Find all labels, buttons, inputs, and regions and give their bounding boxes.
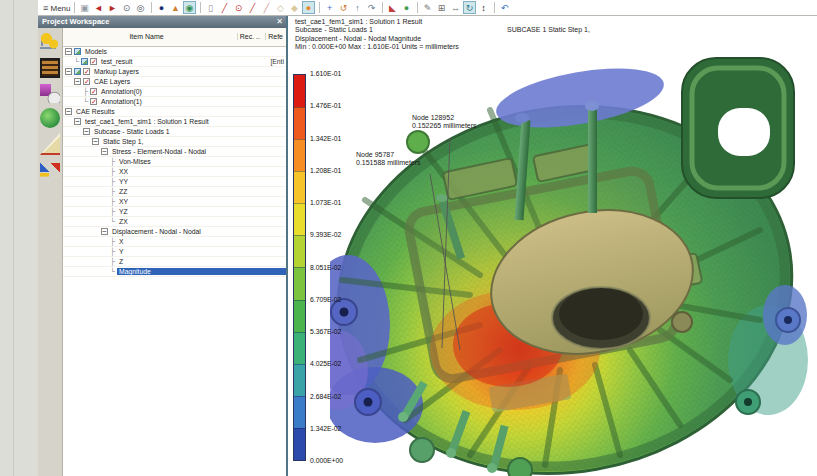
tag-icon[interactable]: ▯ (204, 1, 217, 14)
close-icon[interactable]: ✕ (276, 16, 283, 28)
animation-icon[interactable] (40, 58, 60, 78)
column-rec[interactable]: Rec. .. (237, 33, 260, 40)
vector-plot-icon[interactable] (40, 160, 60, 180)
arrow-up-icon[interactable]: ↑ (351, 1, 364, 14)
collapse-icon[interactable]: − (65, 48, 72, 55)
tree-row[interactable]: −CAE Results (63, 107, 286, 117)
sphere-icon[interactable]: ● (155, 1, 168, 14)
tree-row-label: YZ (117, 208, 130, 215)
collapse-icon[interactable]: − (65, 108, 72, 115)
assembly-icon[interactable]: ▲ (169, 1, 182, 14)
zoom-icon[interactable]: ⊙ (120, 1, 133, 14)
annotation-icon[interactable] (40, 133, 60, 155)
tree-row[interactable]: −✓Markup Layers (63, 67, 286, 77)
checkbox-icon[interactable]: ✓ (83, 68, 90, 75)
app-window: ≡ Menu ▣◄►⊙◎●▲◉▯╱⊙╱╱◇◆●+↺↑↷◣●✎⊞↔↻↕↶ Proj… (0, 0, 817, 476)
tree-row[interactable]: ├YZ (63, 207, 286, 217)
collapse-icon[interactable]: − (65, 68, 72, 75)
update-results-icon[interactable] (40, 108, 60, 128)
tree-row[interactable]: −Subcase - Static Loads 1 (63, 127, 286, 137)
binoculars-icon[interactable]: ◎ (134, 1, 147, 14)
part-icon[interactable] (81, 58, 88, 65)
tree-row[interactable]: −Displacement - Nodal - Nodal (63, 227, 286, 237)
annotation-node-id: Node 128952 (412, 114, 477, 122)
section-icon[interactable]: ◣ (386, 1, 399, 14)
part-icon[interactable] (74, 68, 81, 75)
tree-row[interactable]: ├X (63, 237, 286, 247)
collapse-icon[interactable]: − (74, 78, 81, 85)
column-refe[interactable]: Refe (265, 33, 283, 40)
point-icon[interactable]: ● (302, 1, 315, 14)
tree-row[interactable]: ├XX (63, 167, 286, 177)
tree-row[interactable]: −Stress - Element-Nodal - Nodal (63, 147, 286, 157)
tree-row[interactable]: └✓Annotation(1) (63, 97, 286, 107)
history-icon[interactable] (40, 83, 60, 103)
pan-icon[interactable]: + (323, 1, 336, 14)
checkbox-icon[interactable]: ✓ (90, 88, 97, 95)
legend-band (294, 267, 305, 299)
node-annotation[interactable]: Node 95787 0.151588 millimeters (356, 151, 421, 168)
earth-icon[interactable]: ● (400, 1, 413, 14)
checkbox-icon[interactable]: ✓ (90, 98, 97, 105)
undo-icon[interactable]: ↶ (498, 1, 511, 14)
rotate-icon[interactable]: ↺ (337, 1, 350, 14)
collapse-icon[interactable]: − (92, 138, 99, 145)
menu-button[interactable]: ≡ Menu (43, 3, 71, 13)
rendering-globe-icon[interactable]: ◉ (183, 1, 196, 14)
edit-region-icon[interactable]: ✎ (421, 1, 434, 14)
post-view-icon[interactable] (40, 33, 60, 53)
sketch-line3-icon[interactable]: ╱ (260, 1, 273, 14)
tree-row[interactable]: ├✓Annotation(0) (63, 87, 286, 97)
fea-model-render[interactable] (330, 50, 817, 476)
tree-row[interactable]: ├XY (63, 197, 286, 207)
panel-title: Project Workspace (42, 17, 109, 26)
tree-row[interactable]: −Models (63, 47, 286, 57)
legend-band (294, 203, 305, 235)
surface-icon[interactable]: ◇ (274, 1, 287, 14)
tree-row[interactable]: −test_cae1_fem1_sim1 : Solution 1 Result (63, 117, 286, 127)
tree-row[interactable]: −✓CAE Layers (63, 77, 286, 87)
sketch-line-icon[interactable]: ╱ (218, 1, 231, 14)
next-marker-icon[interactable]: ► (106, 1, 119, 14)
tree-row[interactable]: ├Y (63, 247, 286, 257)
toolbar-separator (417, 2, 418, 13)
tree-row-label: ZZ (117, 188, 129, 195)
tree-row[interactable]: └ZX (63, 217, 286, 227)
legend-band (294, 139, 305, 171)
height-icon[interactable]: ↕ (477, 1, 490, 14)
tree-row[interactable]: └✓test_result[Enti (63, 57, 286, 67)
toolbar-separator (151, 2, 152, 13)
refresh-icon[interactable]: ↻ (463, 1, 476, 14)
orbit-icon[interactable]: ↷ (365, 1, 378, 14)
graphics-viewport[interactable]: test_cae1_fem1_sim1 : Solution 1 Result … (290, 16, 817, 476)
sketch-circle-icon[interactable]: ⊙ (232, 1, 245, 14)
tree-row-label: Stress - Element-Nodal - Nodal (110, 148, 208, 155)
checkbox-icon[interactable]: ✓ (83, 78, 90, 85)
tree-row[interactable]: ├ZZ (63, 187, 286, 197)
tree-row[interactable]: −Static Step 1, (63, 137, 286, 147)
fit-view-icon[interactable]: ↔ (449, 1, 462, 14)
collapse-icon[interactable]: − (101, 228, 108, 235)
collapse-icon[interactable]: − (74, 118, 81, 125)
legend-value: 0.000E+00 (310, 457, 365, 464)
checkbox-icon[interactable]: ✓ (90, 58, 97, 65)
project-workspace-panel: Project Workspace ✕ Item Name Rec. .. Re… (38, 16, 288, 476)
sketch-line2-icon[interactable]: ╱ (246, 1, 259, 14)
maximize-icon[interactable]: ⊞ (435, 1, 448, 14)
part-icon[interactable] (74, 48, 81, 55)
panel-titlebar[interactable]: Project Workspace ✕ (38, 16, 286, 28)
screenshot-icon[interactable]: ▣ (78, 1, 91, 14)
legend-value: 4.025E-02 (310, 360, 365, 367)
collapse-icon[interactable]: − (83, 128, 90, 135)
tree-row[interactable]: ├Von-Mises (63, 157, 286, 167)
prev-marker-icon[interactable]: ◄ (92, 1, 105, 14)
tree-line: └ (110, 218, 117, 225)
node-annotation[interactable]: Node 128952 0.152265 millimeters (412, 114, 477, 131)
tree-row[interactable]: ├Z (63, 257, 286, 267)
tree-row[interactable]: └Magnitude (63, 267, 286, 277)
legend-value: 8.051E-02 (310, 264, 365, 271)
tree-row[interactable]: ├YY (63, 177, 286, 187)
facet-icon[interactable]: ◆ (288, 1, 301, 14)
collapse-icon[interactable]: − (101, 148, 108, 155)
column-item-name[interactable]: Item Name (63, 33, 230, 40)
